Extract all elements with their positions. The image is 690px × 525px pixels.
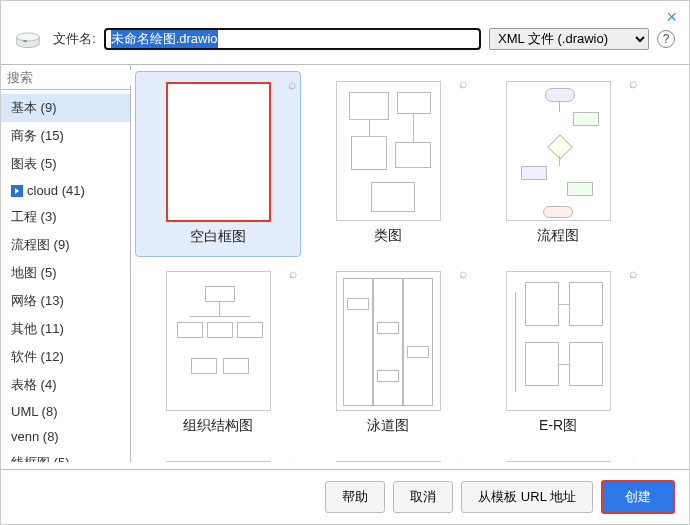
- sidebar-category-label: 图表 (5): [11, 155, 57, 173]
- sidebar-category[interactable]: 流程图 (9): [1, 231, 130, 259]
- filetype-select[interactable]: XML 文件 (.drawio): [489, 28, 649, 50]
- template-cell[interactable]: ⌕泳道图: [305, 261, 471, 447]
- sidebar-category[interactable]: 软件 (12): [1, 343, 130, 371]
- template-thumbnail: [506, 81, 611, 221]
- cancel-button[interactable]: 取消: [393, 481, 453, 513]
- zoom-icon[interactable]: ⌕: [629, 75, 637, 91]
- template-cell[interactable]: ⌕流程图: [475, 71, 641, 257]
- zoom-icon[interactable]: ⌕: [289, 455, 297, 462]
- sidebar-category-label: 基本 (9): [11, 99, 57, 117]
- search-row: ⌕: [1, 65, 130, 90]
- template-label: E-R图: [477, 415, 639, 435]
- zoom-icon[interactable]: ⌕: [288, 76, 296, 92]
- sidebar-category-label: 表格 (4): [11, 376, 57, 394]
- template-label: 空白框图: [138, 226, 298, 246]
- zoom-icon[interactable]: ⌕: [459, 265, 467, 281]
- template-cell[interactable]: ⌕类图: [305, 71, 471, 257]
- sidebar-category-label: UML (8): [11, 404, 57, 419]
- svg-rect-2: [23, 40, 27, 42]
- sidebar-category[interactable]: 商务 (15): [1, 122, 130, 150]
- sidebar-category-label: 网络 (13): [11, 292, 64, 310]
- sidebar-category-label: 其他 (11): [11, 320, 64, 338]
- template-cell[interactable]: ⌕空白框图: [135, 71, 301, 257]
- from-url-button[interactable]: 从模板 URL 地址: [461, 481, 593, 513]
- template-thumbnail: [336, 81, 441, 221]
- template-thumbnail: [506, 271, 611, 411]
- template-thumbnail: [166, 271, 271, 411]
- help-button[interactable]: 帮助: [325, 481, 385, 513]
- dialog-header: 文件名: XML 文件 (.drawio) ?: [1, 1, 689, 64]
- sidebar-category-label: venn (8): [11, 429, 59, 444]
- zoom-icon[interactable]: ⌕: [629, 265, 637, 281]
- sidebar-category-label: 线框图 (5): [11, 454, 70, 462]
- sidebar-category[interactable]: cloud (41): [1, 178, 130, 203]
- sidebar-category[interactable]: 图表 (5): [1, 150, 130, 178]
- sidebar-category[interactable]: 表格 (4): [1, 371, 130, 399]
- template-cell[interactable]: ⌕Cross-: [475, 451, 641, 462]
- zoom-icon[interactable]: ⌕: [289, 265, 297, 281]
- template-cell[interactable]: ⌕Sequence: [135, 451, 301, 462]
- template-cell[interactable]: ⌕E-R图: [475, 261, 641, 447]
- template-label: 流程图: [477, 225, 639, 245]
- template-label: 泳道图: [307, 415, 469, 435]
- new-diagram-dialog: × 文件名: XML 文件 (.drawio) ? ⌕ 基本 (9)商务 (15…: [0, 0, 690, 525]
- template-thumbnail: [336, 461, 441, 462]
- dialog-body: ⌕ 基本 (9)商务 (15)图表 (5)cloud (41)工程 (3)流程图…: [1, 64, 689, 462]
- sidebar-category-label: 软件 (12): [11, 348, 64, 366]
- template-thumbnail: [506, 461, 611, 462]
- play-icon: [11, 185, 23, 197]
- dialog-footer: 帮助 取消 从模板 URL 地址 创建: [1, 469, 689, 524]
- sidebar-category-label: 地图 (5): [11, 264, 57, 282]
- sidebar-category[interactable]: 地图 (5): [1, 259, 130, 287]
- sidebar-category[interactable]: venn (8): [1, 424, 130, 449]
- create-button[interactable]: 创建: [601, 480, 675, 514]
- template-label: 组织结构图: [137, 415, 299, 435]
- template-cell[interactable]: ⌕组织结构图: [135, 261, 301, 447]
- sidebar-category-label: 商务 (15): [11, 127, 64, 145]
- sidebar-category[interactable]: 线框图 (5): [1, 449, 130, 462]
- template-thumbnail: [166, 82, 271, 222]
- filename-label: 文件名:: [53, 30, 96, 48]
- sidebar-category-label: 工程 (3): [11, 208, 57, 226]
- sidebar-category[interactable]: UML (8): [1, 399, 130, 424]
- template-thumbnail: [166, 461, 271, 462]
- svg-point-1: [17, 33, 40, 41]
- disk-icon: [15, 25, 41, 52]
- zoom-icon[interactable]: ⌕: [459, 455, 467, 462]
- filename-input[interactable]: [104, 28, 481, 50]
- sidebar-category[interactable]: 工程 (3): [1, 203, 130, 231]
- template-pane: ⌕空白框图⌕类图⌕流程图⌕组织结构图⌕泳道图⌕E-R图⌕Sequence⌕Sim…: [131, 65, 689, 462]
- sidebar-category[interactable]: 网络 (13): [1, 287, 130, 315]
- zoom-icon[interactable]: ⌕: [459, 75, 467, 91]
- sidebar-category[interactable]: 基本 (9): [1, 94, 130, 122]
- category-list: 基本 (9)商务 (15)图表 (5)cloud (41)工程 (3)流程图 (…: [1, 90, 130, 462]
- zoom-icon[interactable]: ⌕: [629, 455, 637, 462]
- sidebar-category[interactable]: 其他 (11): [1, 315, 130, 343]
- template-label: 类图: [307, 225, 469, 245]
- help-icon[interactable]: ?: [657, 30, 675, 48]
- template-cell[interactable]: ⌕Simple: [305, 451, 471, 462]
- category-sidebar: ⌕ 基本 (9)商务 (15)图表 (5)cloud (41)工程 (3)流程图…: [1, 65, 131, 462]
- sidebar-category-label: 流程图 (9): [11, 236, 70, 254]
- sidebar-category-label: cloud (41): [27, 183, 85, 198]
- template-thumbnail: [336, 271, 441, 411]
- close-icon[interactable]: ×: [666, 7, 677, 28]
